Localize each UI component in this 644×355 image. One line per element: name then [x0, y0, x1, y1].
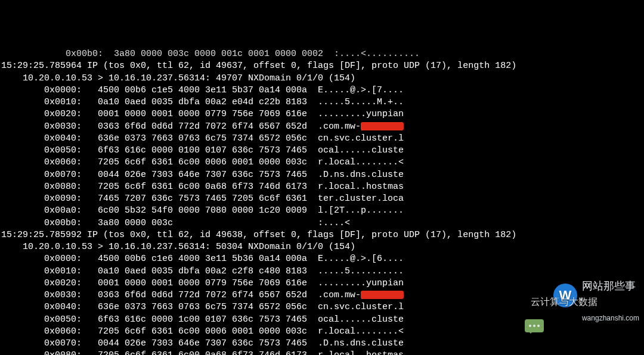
redacted-text: protege-: [361, 121, 404, 133]
hexdump-ascii: .com.mw-: [318, 122, 361, 132]
hexdump-ascii: .D.ns.dns.cluste: [318, 170, 404, 180]
hexdump-row: 0x00a0: 6c00 5b32 54f0 0000 7080 0000 1c…: [1, 205, 643, 217]
hexdump-row: 0x0070: 0044 026e 7303 646e 7307 636c 75…: [1, 169, 643, 181]
hexdump-ascii: ocal......cluste: [318, 145, 404, 155]
packet-flow: 10.20.0.10.53 > 10.16.10.237.56314: 4970…: [1, 73, 643, 85]
hexdump-ascii: E.....@.>.[6....: [318, 254, 404, 264]
hexdump-ascii: .....5.....M.+..: [318, 97, 404, 107]
packet-header: 15:29:25.785964 IP (tos 0x0, ttl 62, id …: [1, 60, 643, 72]
hexdump-ascii: .....5..........: [318, 266, 404, 276]
redacted-text: protege-: [361, 289, 404, 301]
hexdump-ascii: .........yunpian: [318, 109, 404, 119]
terminal-line: 0x00b0: 3a80 0000 003c 0000 001c 0001 00…: [1, 48, 643, 60]
watermark-top-label: 云计算与大数据: [531, 297, 597, 307]
watermark-title: 网站那些事: [582, 281, 639, 292]
terminal-output: 0x00b0: 3a80 0000 003c 0000 001c 0001 00…: [1, 48, 643, 355]
hexdump-ascii: r.local........<: [318, 326, 404, 337]
hexdump-ascii: l.[2T...p.......: [318, 205, 404, 216]
hexdump-row: 0x0080: 7205 6c6f 6361 6c00 0a68 6f73 74…: [1, 350, 643, 355]
hexdump-ascii: cn.svc.cluster.l: [318, 133, 404, 144]
hexdump-row: 0x0030: 0363 6f6d 0d6d 772d 7072 6f74 65…: [1, 121, 643, 133]
watermark-sub: wangzhanshi.com: [582, 314, 639, 322]
hexdump-ascii: r.local..hostmas: [318, 182, 404, 192]
hexdump-row: 0x0010: 0a10 0aed 0035 dbfa 00a2 c2f8 c4…: [1, 266, 643, 278]
hexdump-ascii: cn.svc.cluster.l: [318, 302, 404, 312]
watermark: W 云计算与大数据 网站那些事 wangzhanshi.com: [553, 247, 639, 344]
hexdump-row: 0x0060: 7205 6c6f 6361 6c00 0006 0001 00…: [1, 326, 643, 338]
hexdump-row: 0x0020: 0001 0000 0001 0000 0779 756e 70…: [1, 108, 643, 120]
hexdump-ascii: E.....@.>.[7....: [318, 85, 404, 95]
hexdump-row: 0x0050: 6f63 616c 0000 1c00 0107 636c 75…: [1, 314, 643, 326]
hexdump-row: 0x0020: 0001 0000 0001 0000 0779 756e 70…: [1, 278, 643, 289]
hexdump-ascii: r.local..hostmas: [318, 350, 404, 355]
hexdump-ascii: .D.ns.dns.cluste: [318, 338, 404, 348]
hexdump-ascii: ocal......cluste: [318, 314, 404, 325]
hexdump-ascii: r.local........<: [318, 157, 404, 167]
hexdump-ascii: ter.cluster.loca: [318, 194, 404, 204]
hexdump-ascii: :....<: [318, 218, 350, 228]
hexdump-row: 0x0070: 0044 026e 7303 646e 7307 636c 75…: [1, 338, 643, 350]
hexdump-ascii: .com.mw-: [318, 290, 361, 300]
hexdump-row: 0x0010: 0a10 0aed 0035 dbfa 00a2 e04d c2…: [1, 96, 643, 108]
hexdump-ascii: .........yunpian: [318, 278, 404, 288]
hexdump-row: 0x0000: 4500 00b6 c1e5 4000 3e11 5b37 0a…: [1, 85, 643, 96]
hexdump-row: 0x0060: 7205 6c6f 6361 6c00 0006 0001 00…: [1, 157, 643, 169]
hexdump-row: 0x00b0: 3a80 0000 003c :....<: [1, 217, 643, 229]
wechat-bubble-icon: [525, 319, 544, 332]
hexdump-row: 0x0000: 4500 00b6 c1e6 4000 3e11 5b36 0a…: [1, 253, 643, 265]
hexdump-row: 0x0050: 6f63 616c 0000 0100 0107 636c 75…: [1, 145, 643, 157]
packet-flow: 10.20.0.10.53 > 10.16.10.237.56314: 5030…: [1, 241, 643, 253]
packet-header: 15:29:25.785992 IP (tos 0x0, ttl 62, id …: [1, 229, 643, 241]
hexdump-row: 0x0080: 7205 6c6f 6361 6c00 0a68 6f73 74…: [1, 181, 643, 193]
hexdump-row: 0x0040: 636e 0373 7663 0763 6c75 7374 65…: [1, 133, 643, 145]
hexdump-row: 0x0090: 7465 7207 636c 7573 7465 7205 6c…: [1, 193, 643, 205]
